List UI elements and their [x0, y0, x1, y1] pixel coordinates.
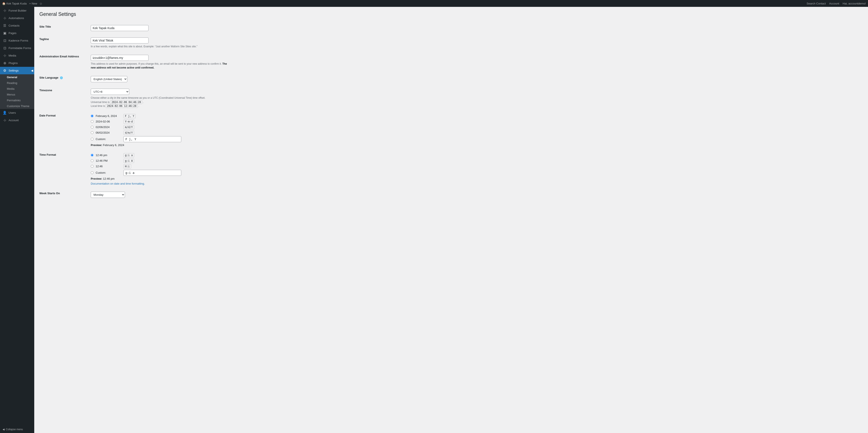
date-format-label-1[interactable]: 2024-02-06: [96, 120, 121, 123]
collapse-icon: ◀: [3, 428, 4, 431]
date-format-radio-2[interactable]: [91, 126, 94, 128]
site-title-input[interactable]: [91, 25, 149, 31]
sidebar-item-media[interactable]: ⊹ Media: [0, 52, 34, 59]
sidebar-item-settings[interactable]: ⚙ Settings ◀: [0, 67, 34, 74]
time-format-radio-1[interactable]: [91, 159, 94, 162]
tagline-label: Tagline: [39, 37, 49, 41]
date-format-label-0[interactable]: February 6, 2024: [96, 114, 121, 118]
contacts-icon: ☰: [3, 24, 7, 28]
settings-submenu: General Reading Media Menus Permalinks C…: [0, 74, 34, 109]
date-format-code-0: F j, Y: [123, 114, 136, 118]
account-icon: ⊹: [3, 118, 7, 122]
submenu-item-menus[interactable]: Menus: [0, 92, 34, 97]
time-format-custom-input[interactable]: [123, 170, 181, 176]
automations-icon: ⊹: [3, 16, 7, 20]
admin-email-description: This address is used for admin purposes.…: [91, 62, 230, 69]
sidebar-item-plugins[interactable]: ⊕ Plugins: [0, 59, 34, 67]
tagline-description: In a few words, explain what this site i…: [91, 45, 230, 49]
funnel-builder-icon: ⊹: [3, 8, 7, 12]
sidebar-item-pages[interactable]: ▣ Pages: [0, 29, 34, 37]
submenu-item-permalinks[interactable]: Permalinks: [0, 97, 34, 103]
local-time-value: 2024-02-06 12:46:28: [106, 104, 137, 108]
doc-link[interactable]: Documentation on date and time formattin…: [91, 182, 145, 185]
plugins-icon: ⊕: [3, 61, 7, 65]
settings-form: Site Title Tagline In a few wor: [39, 22, 232, 201]
settings-table: Site Title Tagline In a few wor: [39, 22, 232, 201]
row-site-language: Site Language 🌐 English (United States): [39, 73, 232, 85]
sidebar-item-account[interactable]: ⊹ Account: [0, 116, 34, 124]
time-format-radio-0[interactable]: [91, 154, 94, 156]
admin-email-input[interactable]: [91, 55, 149, 61]
time-format-radio-2[interactable]: [91, 165, 94, 168]
time-format-label-1[interactable]: 12:46 PM: [96, 159, 121, 162]
time-format-label: Time Format: [39, 153, 56, 156]
settings-icon: ⚙: [3, 68, 7, 73]
sidebar-item-users[interactable]: 👤 Users: [0, 109, 34, 116]
row-tagline: Tagline In a few words, explain what thi…: [39, 34, 232, 52]
row-timezone: Timezone UTC+8 Choose either a city in t…: [39, 85, 232, 111]
time-format-radio-3[interactable]: [91, 171, 94, 174]
date-format-option-0: February 6, 2024 F j, Y: [91, 114, 230, 118]
time-format-code-2: H:i: [123, 164, 131, 169]
timezone-select[interactable]: UTC+8: [91, 89, 129, 95]
translate-icon: 🌐: [60, 77, 63, 79]
admin-email-label: Administration Email Address: [39, 55, 79, 58]
settings-arrow-icon: ◀: [30, 67, 34, 74]
date-format-label-2[interactable]: 02/06/2024: [96, 125, 121, 129]
site-name-link[interactable]: 🏠 Kek Tapak Kuda: [2, 2, 27, 5]
row-site-title: Site Title: [39, 22, 232, 34]
date-format-radio-1[interactable]: [91, 120, 94, 123]
submenu-item-media[interactable]: Media: [0, 86, 34, 92]
time-format-label-0[interactable]: 12:46 pm: [96, 153, 121, 157]
time-format-code-1: g:i A: [123, 159, 134, 163]
page-title: General Settings: [39, 11, 863, 18]
date-format-label: Date Format: [39, 114, 56, 117]
site-language-select[interactable]: English (United States): [91, 76, 127, 82]
week-starts-label: Week Starts On: [39, 192, 60, 195]
date-format-label-3[interactable]: 06/02/2024: [96, 131, 121, 134]
tagline-input[interactable]: [91, 37, 149, 44]
date-format-custom-input[interactable]: [123, 136, 181, 142]
date-format-preview: Preview: February 6, 2024: [91, 143, 230, 147]
time-format-custom-label[interactable]: Custom:: [96, 171, 121, 174]
date-format-option-4: Custom:: [91, 136, 230, 142]
timezone-select-wrap: UTC+8: [91, 89, 230, 95]
site-name-text: Kek Tapak Kuda: [6, 2, 27, 5]
site-language-label: Site Language 🌐: [39, 76, 63, 79]
sidebar-item-kadence-forms[interactable]: ⊡ Kadence Forms: [0, 37, 34, 44]
collapse-menu-button[interactable]: ◀ Collapse menu: [0, 426, 34, 433]
row-admin-email: Administration Email Address This addres…: [39, 52, 232, 73]
date-format-option-3: 06/02/2024 d/m/Y: [91, 131, 230, 135]
sidebar-item-formidable-forms[interactable]: ⊡ Formidable Forms: [0, 44, 34, 52]
new-label: + New: [29, 2, 37, 5]
time-format-option-3: Custom:: [91, 170, 230, 176]
time-format-preview: Preview: 12:46 pm: [91, 177, 230, 180]
time-format-label-2[interactable]: 12:46: [96, 165, 121, 168]
account-link[interactable]: Account: [829, 2, 839, 5]
sidebar-item-contacts[interactable]: ☰ Contacts: [0, 22, 34, 29]
time-format-option-0: 12:46 pm g:i a: [91, 153, 230, 157]
row-time-format: Time Format 12:46 pm g:i a 12:46 PM: [39, 150, 232, 189]
local-time-info: Local time is 2024-02-06 12:46:28 .: [91, 105, 230, 108]
date-format-radio-3[interactable]: [91, 131, 94, 134]
search-contact-link[interactable]: Search Contact: [807, 2, 826, 5]
time-format-option-1: 12:46 PM g:i A: [91, 159, 230, 163]
date-format-code-1: Y-m-d: [123, 119, 134, 124]
timezone-label: Timezone: [39, 89, 52, 92]
date-format-radio-0[interactable]: [91, 115, 94, 117]
sidebar-item-automations[interactable]: ⊹ Automations: [0, 15, 34, 22]
date-format-radio-4[interactable]: [91, 138, 94, 141]
pages-icon: ▣: [3, 31, 7, 35]
submenu-item-reading[interactable]: Reading: [0, 80, 34, 86]
kadence-forms-icon: ⊡: [3, 38, 7, 42]
submenu-item-customize-theme[interactable]: Customize Theme: [0, 103, 34, 109]
week-starts-select[interactable]: Monday Sunday Tuesday Wednesday Thursday…: [91, 192, 125, 198]
sidebar: ⊹ Funnel Builder ⊹ Automations ☰ Contact…: [0, 7, 34, 433]
new-content-link[interactable]: + New: [29, 2, 37, 5]
submenu-item-general[interactable]: General: [0, 74, 34, 80]
customize-icon: ◇: [40, 2, 42, 5]
sidebar-item-funnel-builder[interactable]: ⊹ Funnel Builder: [0, 7, 34, 15]
content-area: General Settings Site Title: [34, 7, 868, 433]
row-week-starts: Week Starts On Monday Sunday Tuesday Wed…: [39, 189, 232, 201]
date-format-custom-label[interactable]: Custom:: [96, 138, 121, 141]
